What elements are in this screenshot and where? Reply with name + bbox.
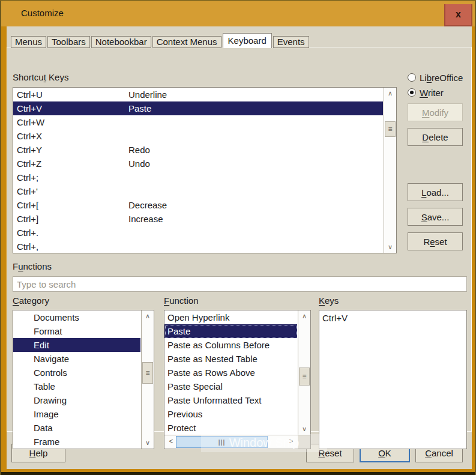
function-item[interactable]: Paste Special [164, 380, 297, 393]
tab-toolbars[interactable]: Toolbars [47, 36, 90, 48]
radio-circle-selected-icon [408, 88, 416, 97]
keyboard-tab-page: Shortcut Keys Ctrl+UUnderline Ctrl+VPast… [7, 47, 472, 432]
shortcut-row[interactable]: Ctrl+ZUndo [13, 157, 383, 171]
category-item[interactable]: Frame [13, 435, 140, 449]
scroll-down-icon[interactable]: ∨ [384, 242, 396, 252]
category-list-scrollbar[interactable]: ∧ ≡ ∨ [141, 310, 154, 449]
shortcut-row-selected[interactable]: Ctrl+VPaste [13, 101, 383, 115]
scroll-thumb[interactable]: ≡ [299, 368, 310, 386]
shortcut-row[interactable]: Ctrl+[Decrease [13, 198, 383, 212]
shortcut-row[interactable]: Ctrl+, [13, 240, 383, 253]
keys-list[interactable]: Ctrl+V [319, 310, 467, 449]
scroll-up-icon[interactable]: ∧ [142, 311, 154, 321]
tab-keyboard[interactable]: Keyboard [223, 33, 272, 48]
shortcut-keys-list[interactable]: Ctrl+UUnderline Ctrl+VPaste Ctrl+W Ctrl+… [13, 87, 397, 253]
scroll-left-icon[interactable]: < [165, 435, 177, 449]
search-input[interactable] [13, 276, 467, 292]
tab-context-menus[interactable]: Context Menus [152, 36, 221, 48]
shortcut-row[interactable]: Ctrl+. [13, 226, 383, 240]
shortcut-row[interactable]: Ctrl+X [13, 129, 383, 143]
function-item[interactable]: Open Hyperlink [164, 310, 297, 324]
function-list[interactable]: Open Hyperlink Paste Paste as Columns Be… [164, 310, 311, 449]
window-title: Customize [21, 8, 64, 18]
shortcut-row[interactable]: Ctrl+W [13, 115, 383, 129]
category-item[interactable]: Navigate [13, 352, 140, 366]
shortcut-row[interactable]: Ctrl+]Increase [13, 212, 383, 226]
shortcut-list-scrollbar[interactable]: ∧ ≡ ∨ [384, 88, 396, 253]
shortcut-row[interactable]: Ctrl+YRedo [13, 143, 383, 157]
tab-events[interactable]: Events [273, 36, 309, 48]
scroll-up-icon[interactable]: ∧ [384, 88, 396, 98]
function-list-hscrollbar[interactable]: < ||| > [164, 435, 298, 449]
keys-label: Keys [319, 295, 339, 306]
tab-strip: Menus Toolbars Notebookbar Context Menus… [11, 33, 309, 48]
category-list[interactable]: Documents Format Edit Navigate Controls … [13, 310, 154, 449]
keys-item[interactable]: Ctrl+V [319, 311, 466, 325]
radio-writer[interactable]: Writer [408, 88, 444, 97]
function-item[interactable]: Previous [164, 407, 297, 421]
delete-button[interactable]: Delete [408, 128, 463, 146]
category-item[interactable]: Drawing [13, 393, 140, 407]
scroll-down-icon[interactable]: ∨ [298, 424, 310, 434]
customize-dialog: Customize x Menus Toolbars Notebookbar C… [0, 0, 476, 475]
save-button[interactable]: Save... [408, 208, 463, 226]
function-item[interactable]: Protect [164, 421, 297, 435]
function-item[interactable]: Paste Unformatted Text [164, 393, 297, 407]
dialog-body: Menus Toolbars Notebookbar Context Menus… [7, 26, 472, 469]
close-button[interactable]: x [444, 4, 472, 26]
modify-button[interactable]: Modify [408, 103, 463, 121]
category-item[interactable]: Data [13, 421, 140, 435]
category-label: Category [13, 295, 49, 306]
scroll-down-icon[interactable]: ∨ [142, 438, 154, 448]
shortcut-row[interactable]: Ctrl+' [13, 184, 383, 198]
reset-side-button[interactable]: Reset [408, 232, 463, 250]
function-list-scrollbar[interactable]: ∧ ≡ ∨ [298, 310, 310, 435]
load-button[interactable]: Load... [408, 183, 463, 201]
category-item-selected[interactable]: Edit [13, 338, 140, 352]
function-item[interactable]: Paste as Nested Table [164, 352, 297, 366]
functions-label: Functions [13, 261, 52, 271]
scroll-thumb[interactable]: ≡ [385, 121, 396, 137]
category-item[interactable]: Table [13, 380, 140, 393]
close-icon: x [456, 9, 461, 19]
tab-menus[interactable]: Menus [11, 36, 46, 48]
tab-notebookbar[interactable]: Notebookbar [91, 36, 151, 48]
category-item[interactable]: Format [13, 324, 140, 338]
scroll-thumb[interactable]: ≡ [142, 362, 153, 384]
category-item[interactable]: Documents [13, 310, 140, 324]
shortcut-row[interactable]: Ctrl+; [13, 171, 383, 184]
shortcut-row[interactable]: Ctrl+UUnderline [13, 88, 383, 101]
function-item-selected[interactable]: Paste [164, 324, 297, 338]
title-bar[interactable]: Customize x [1, 1, 475, 26]
function-item[interactable]: Paste as Columns Before [164, 338, 297, 352]
function-label: Function [164, 295, 199, 306]
category-item[interactable]: Image [13, 407, 140, 421]
radio-circle-icon [408, 73, 416, 82]
scroll-right-icon[interactable]: > [285, 435, 297, 449]
scrollbar-corner [298, 435, 310, 449]
window-bottom-edge [1, 472, 475, 475]
category-item[interactable]: Controls [13, 366, 140, 380]
function-item[interactable]: Paste as Rows Above [164, 366, 297, 380]
hscroll-thumb[interactable]: ||| [176, 436, 268, 448]
shortcut-keys-label: Shortcut Keys [13, 72, 68, 82]
scroll-up-icon[interactable]: ∧ [298, 311, 310, 321]
radio-libreoffice[interactable]: LibreOffice [408, 73, 463, 82]
